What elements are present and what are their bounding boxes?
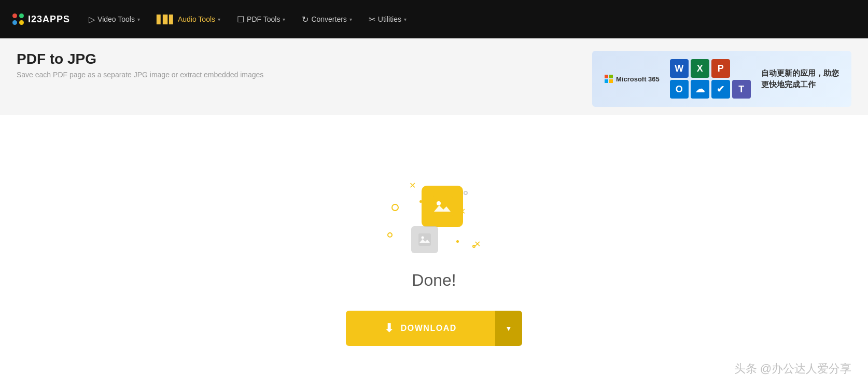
- done-illustration: ✕ ✕ ✕: [382, 175, 486, 258]
- logo[interactable]: I23APPS: [12, 13, 70, 25]
- page-title-area: PDF to JPG Save each PDF page as a separ…: [17, 51, 263, 79]
- particle-circle-2: [464, 191, 468, 195]
- nav-converters[interactable]: ↻ Converters ▾: [296, 11, 358, 27]
- word-icon: W: [670, 59, 689, 78]
- ad-text: 自动更新的应用，助您更快地完成工作: [761, 67, 839, 91]
- particle-circle-3: [472, 245, 475, 248]
- download-icon: ⬇: [384, 322, 395, 335]
- dot-blue: [12, 20, 17, 25]
- chevron-down-icon-audio: ▾: [218, 17, 220, 22]
- nav-audio-tools-label: Audio Tools: [178, 15, 215, 23]
- converters-icon: ↻: [302, 15, 309, 24]
- ad-icon-row-1: W X P: [670, 59, 751, 78]
- ad-banner[interactable]: Microsoft 365 W X P O ☁ ✔ T 自动更新的应用，助您更快…: [592, 51, 851, 107]
- svg-point-3: [422, 236, 424, 239]
- page-header: PDF to JPG Save each PDF page as a separ…: [0, 38, 868, 115]
- onedrive-icon: ☁: [691, 80, 709, 99]
- download-button[interactable]: ⬇ DOWNLOAD: [346, 311, 495, 346]
- download-label: DOWNLOAD: [401, 324, 457, 333]
- nav-video-tools-label: Video Tools: [97, 15, 135, 23]
- svg-rect-2: [418, 233, 431, 246]
- nav-video-tools[interactable]: ▷ Video Tools ▾: [82, 11, 146, 27]
- page-title: PDF to JPG: [17, 51, 263, 67]
- cross-decoration-1: ✕: [409, 180, 416, 190]
- nav-audio-tools[interactable]: ▋▊▋ Audio Tools ▾: [150, 11, 227, 27]
- nav-converters-label: Converters: [311, 15, 346, 23]
- page-subtitle: Save each PDF page as a separate JPG ima…: [17, 71, 263, 79]
- chevron-down-icon-conv: ▾: [349, 17, 352, 22]
- download-button-wrap[interactable]: ⬇ DOWNLOAD ▼: [346, 311, 522, 346]
- navbar: I23APPS ▷ Video Tools ▾ ▋▊▋ Audio Tools …: [0, 0, 868, 38]
- ms-green: [609, 75, 613, 78]
- doc-icon-svg: [418, 233, 431, 246]
- chevron-down-icon-download: ▼: [505, 324, 512, 332]
- todo-icon: ✔: [711, 80, 730, 99]
- ms-red: [605, 75, 608, 78]
- outlook-icon: O: [670, 80, 689, 99]
- teams-icon: T: [732, 80, 751, 99]
- image-icon-svg: [432, 196, 453, 217]
- svg-rect-0: [432, 196, 453, 217]
- ms-yellow: [609, 79, 613, 83]
- pdf-icon: ☐: [237, 15, 244, 24]
- nav-pdf-tools[interactable]: ☐ PDF Tools ▾: [231, 11, 291, 27]
- done-icon-secondary: [411, 226, 438, 253]
- nav-pdf-tools-label: PDF Tools: [247, 15, 280, 23]
- excel-icon: X: [691, 59, 709, 78]
- done-icon-main: [422, 186, 463, 227]
- download-arrow-button[interactable]: ▼: [495, 311, 522, 346]
- logo-text: I23APPS: [28, 14, 70, 25]
- ad-ms-logo: Microsoft 365: [605, 75, 660, 83]
- chevron-down-icon: ▾: [137, 17, 140, 22]
- chevron-down-icon-pdf: ▾: [283, 17, 285, 22]
- ad-app-icons: W X P O ☁ ✔ T: [670, 59, 751, 99]
- chevron-down-icon-util: ▾: [404, 17, 407, 22]
- done-text: Done!: [412, 271, 456, 290]
- dot-green: [19, 13, 24, 18]
- ad-brand-name: Microsoft 365: [616, 75, 660, 83]
- particle-circle-4: [387, 232, 393, 238]
- main-content: ✕ ✕ ✕ Done!: [0, 115, 868, 389]
- utilities-icon: ✂: [369, 15, 375, 24]
- nav-utilities-label: Utilities: [378, 15, 401, 23]
- video-icon: ▷: [89, 15, 95, 24]
- svg-point-1: [437, 201, 441, 205]
- nav-utilities[interactable]: ✂ Utilities ▾: [362, 11, 413, 27]
- small-dot-2: [456, 240, 459, 243]
- dot-red: [12, 13, 17, 18]
- ms-logo-grid: [605, 75, 613, 83]
- ad-icon-row-2: O ☁ ✔ T: [670, 80, 751, 99]
- powerpoint-icon: P: [711, 59, 730, 78]
- ms-blue: [605, 79, 608, 83]
- particle-circle-1: [391, 204, 399, 211]
- dot-yellow: [19, 20, 24, 25]
- audio-icon: ▋▊▋: [157, 15, 175, 24]
- logo-dots: [12, 13, 24, 25]
